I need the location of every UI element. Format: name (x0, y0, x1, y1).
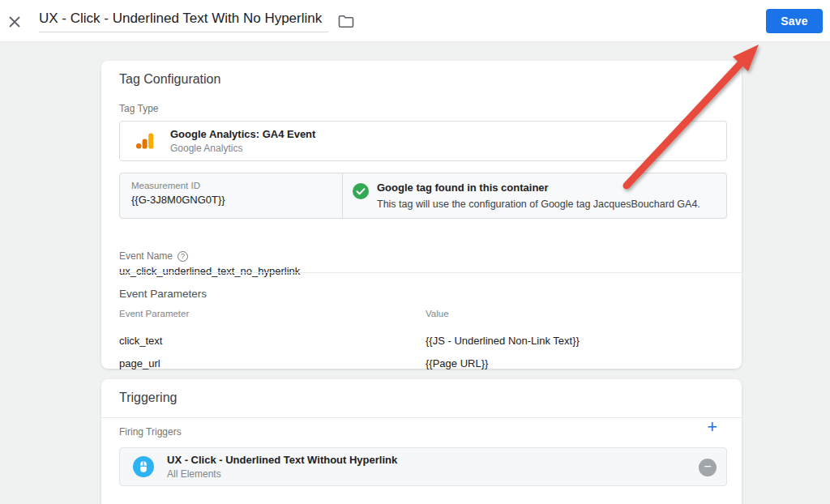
firing-triggers-label: Firing Triggers (119, 426, 182, 438)
event-parameters-table: Event Parameter Value click_text {{JS - … (119, 309, 727, 378)
google-tag-status-text: Google tag found in this container This … (377, 182, 700, 218)
section-divider (119, 272, 742, 273)
editor-content: Tag Configuration Tag Type Google Analyt… (0, 42, 830, 504)
close-icon[interactable] (6, 14, 23, 30)
trigger-text: UX - Click - Underlined Text Without Hyp… (167, 454, 397, 480)
tag-configuration-title: Tag Configuration (119, 72, 220, 87)
tag-type-text: Google Analytics: GA4 Event Google Analy… (170, 128, 315, 154)
parameter-value: {{Page URL}} (426, 356, 727, 372)
google-tag-status-description: This tag will use the configuration of G… (377, 199, 700, 210)
event-parameters-header-row: Event Parameter Value (119, 309, 727, 327)
folder-icon[interactable] (338, 15, 354, 28)
section-divider (101, 417, 742, 418)
save-button[interactable]: Save (766, 9, 823, 33)
remove-trigger-icon[interactable]: − (699, 459, 717, 476)
tag-type-vendor: Google Analytics (170, 143, 315, 154)
tag-configuration-card: Tag Configuration Tag Type Google Analyt… (101, 61, 742, 369)
event-name-label-row: Event Name ? (119, 250, 188, 262)
list-item[interactable]: UX - Click - Underlined Text Without Hyp… (119, 447, 727, 486)
tag-type-selector[interactable]: Google Analytics: GA4 Event Google Analy… (119, 121, 727, 161)
google-tag-status: Google tag found in this container This … (343, 173, 726, 218)
parameter-value: {{JS - Underlined Non-Link Text}} (426, 333, 727, 349)
parameter-name: page_url (119, 356, 426, 372)
tag-type-label: Tag Type (119, 103, 158, 114)
help-icon[interactable]: ? (178, 251, 188, 262)
table-row[interactable]: click_text {{JS - Underlined Non-Link Te… (119, 333, 727, 349)
measurement-id-value: {{G-3J8M0GNG0T}} (131, 194, 342, 206)
parameter-name: click_text (119, 333, 426, 349)
tag-type-name: Google Analytics: GA4 Event (170, 128, 315, 140)
column-header-parameter: Event Parameter (119, 309, 426, 318)
google-tag-status-title: Google tag found in this container (377, 182, 700, 194)
triggering-card: Triggering Firing Triggers + UX - Click … (101, 379, 742, 504)
event-name-value[interactable]: ux_click_underlined_text_no_hyperlink (119, 265, 300, 277)
trigger-type: All Elements (167, 468, 397, 480)
top-bar: UX - Click - Underlined Text With No Hyp… (0, 0, 830, 42)
table-row[interactable]: page_url {{Page URL}} (119, 356, 727, 372)
trigger-name: UX - Click - Underlined Text Without Hyp… (167, 454, 397, 466)
measurement-id-label: Measurement ID (131, 181, 342, 190)
event-name-label: Event Name (119, 250, 173, 262)
measurement-id-panel: Measurement ID {{G-3J8M0GNG0T}} Google t… (119, 173, 727, 219)
event-parameters-title: Event Parameters (119, 288, 207, 300)
column-header-value: Value (426, 309, 727, 318)
click-trigger-icon (133, 456, 154, 477)
add-trigger-icon[interactable]: + (707, 418, 717, 436)
google-analytics-icon (135, 131, 156, 151)
measurement-id-block[interactable]: Measurement ID {{G-3J8M0GNG0T}} (120, 173, 343, 218)
tag-name-field[interactable]: UX - Click - Underlined Text With No Hyp… (39, 11, 328, 32)
check-circle-icon (353, 183, 369, 199)
triggering-title: Triggering (119, 391, 177, 405)
